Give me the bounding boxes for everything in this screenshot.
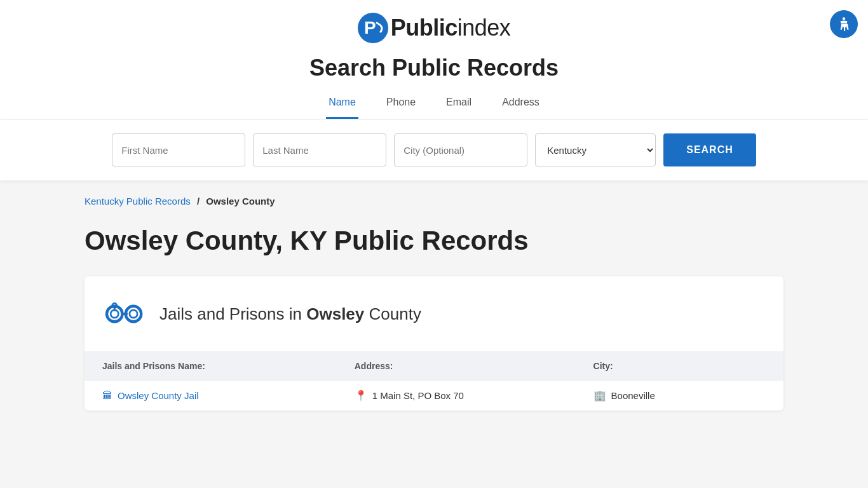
breadcrumb-link[interactable]: Kentucky Public Records [85, 196, 191, 207]
tab-address[interactable]: Address [499, 92, 542, 119]
breadcrumb: Kentucky Public Records / Owsley County [85, 196, 783, 207]
tab-email[interactable]: Email [444, 92, 474, 119]
logo-index: index [458, 15, 511, 41]
last-name-input[interactable] [253, 133, 386, 166]
search-tabs: Name Phone Email Address [0, 92, 868, 119]
svg-point-0 [843, 17, 845, 20]
svg-point-5 [126, 306, 142, 322]
header: P Publicindex Search Public Records Name… [0, 0, 868, 119]
first-name-input[interactable] [112, 133, 245, 166]
logo-icon: P [358, 13, 388, 43]
table-header: Jails and Prisons Name: Address: City: [85, 352, 783, 380]
logo-public: Public [391, 15, 458, 41]
main-content: Kentucky Public Records / Owsley County … [59, 180, 809, 426]
jails-section: Jails and Prisons in Owsley County Jails… [85, 276, 783, 410]
search-heading: Search Public Records [0, 55, 868, 81]
logo-text: Publicindex [391, 15, 511, 41]
col-header-name: Jails and Prisons Name: [102, 361, 355, 371]
jail-address-icon: 📍 [355, 390, 367, 402]
col-header-address: Address: [355, 361, 593, 371]
accessibility-button[interactable] [830, 10, 858, 38]
jail-name-icon: 🏛 [102, 390, 112, 402]
cell-jail-city: 🏢 Booneville [593, 390, 766, 402]
search-button[interactable]: SEARCH [663, 133, 756, 166]
section-title-suffix: County [364, 304, 421, 323]
table-row: 🏛 Owsley County Jail 📍 1 Main St, PO Box… [85, 380, 783, 410]
tab-name[interactable]: Name [326, 92, 358, 119]
logo[interactable]: P Publicindex [0, 13, 868, 43]
section-title: Jails and Prisons in Owsley County [159, 304, 421, 324]
cell-jail-address: 📍 1 Main St, PO Box 70 [355, 390, 593, 402]
tab-phone[interactable]: Phone [384, 92, 418, 119]
jails-table: Jails and Prisons Name: Address: City: 🏛… [85, 352, 783, 410]
jail-city-text: Booneville [611, 390, 655, 401]
svg-point-6 [130, 310, 137, 318]
breadcrumb-separator: / [197, 196, 200, 207]
search-bar: Kentucky Alabama Alaska Arizona Arkansas… [0, 119, 868, 180]
state-select[interactable]: Kentucky Alabama Alaska Arizona Arkansas… [535, 133, 656, 166]
section-title-prefix: Jails and Prisons in [159, 304, 306, 323]
section-title-bold: Owsley [306, 304, 364, 323]
city-input[interactable] [394, 133, 527, 166]
page-title: Owsley County, KY Public Records [85, 226, 783, 256]
jail-name-link[interactable]: Owsley County Jail [118, 390, 199, 401]
col-header-city: City: [593, 361, 766, 371]
jails-icon [102, 292, 147, 336]
svg-point-4 [111, 310, 118, 318]
jail-address-text: 1 Main St, PO Box 70 [372, 390, 464, 401]
svg-text:P: P [364, 18, 376, 37]
jail-city-icon: 🏢 [593, 390, 606, 402]
cell-jail-name: 🏛 Owsley County Jail [102, 390, 355, 402]
section-header: Jails and Prisons in Owsley County [85, 276, 783, 352]
breadcrumb-current: Owsley County [206, 196, 275, 207]
